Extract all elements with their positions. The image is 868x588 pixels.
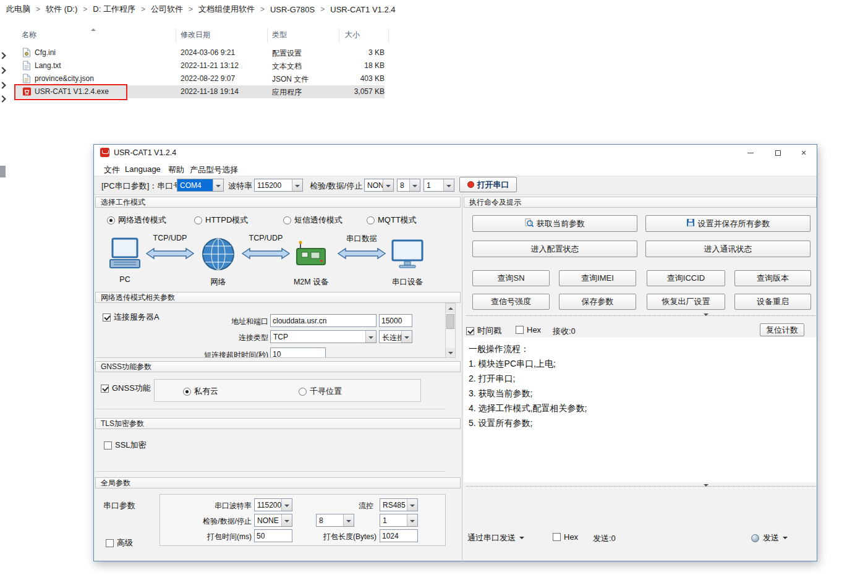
column-header-type[interactable]: 类型	[272, 30, 287, 40]
global-stopbits-select[interactable]: 1	[380, 514, 418, 527]
parity-value: NONE	[365, 179, 383, 191]
button-label: 设备重启	[757, 296, 789, 307]
breadcrumb-item[interactable]: USR-CAT1 V1.2.4	[330, 5, 395, 14]
button-label: 查信号强度	[491, 296, 531, 307]
chevron-down-icon[interactable]	[292, 179, 302, 191]
advanced-checkbox[interactable]: 高级	[106, 537, 133, 548]
column-header-date[interactable]: 修改日期	[181, 30, 210, 40]
chevron-down-icon[interactable]	[343, 514, 354, 526]
breadcrumb-item[interactable]: 软件 (D:)	[46, 4, 77, 15]
com-port-select[interactable]: COM4	[177, 179, 224, 192]
breadcrumb-item[interactable]: 文档组使用软件	[198, 4, 255, 15]
mode-radio-sms[interactable]: 短信透传模式	[283, 215, 343, 226]
global-parity-select[interactable]: NONE	[254, 514, 292, 527]
conn-type-select[interactable]: TCP	[270, 330, 377, 343]
chevron-down-icon[interactable]	[401, 331, 412, 343]
scroll-up-icon[interactable]	[446, 304, 455, 313]
address-input[interactable]	[270, 314, 377, 327]
global-baud-select[interactable]: 115200	[254, 498, 292, 511]
column-divider[interactable]	[388, 28, 389, 42]
mode-radio-net-passthrough[interactable]: 网络透传模式	[107, 215, 166, 226]
column-divider[interactable]	[339, 28, 339, 42]
conn-mode-select[interactable]: 长连接	[379, 330, 412, 343]
breadcrumb-item[interactable]: USR-G780S	[270, 5, 315, 14]
chevron-down-icon[interactable]	[281, 499, 292, 511]
chevron-down-icon[interactable]	[383, 179, 393, 191]
chevron-down-icon[interactable]	[407, 514, 417, 526]
menu-language[interactable]: Language	[122, 163, 163, 175]
chevron-right-icon: >	[320, 5, 325, 14]
save-all-params-button[interactable]: 设置并保存所有参数	[645, 215, 811, 232]
column-divider[interactable]	[267, 28, 268, 42]
button-label: 设置并保存所有参数	[698, 218, 770, 229]
chevron-down-icon[interactable]	[281, 514, 292, 526]
breadcrumb-item[interactable]: 此电脑	[6, 4, 30, 15]
recv-hex-checkbox[interactable]: Hex	[516, 325, 541, 334]
enter-comm-button[interactable]: 进入通讯状态	[645, 241, 811, 257]
databits-select[interactable]: 8	[397, 179, 420, 192]
enter-config-button[interactable]: 进入配置状态	[472, 241, 637, 257]
file-row[interactable]: Cfg.ini 2024-03-06 9:21 配置设置 3 KB	[15, 46, 385, 59]
send-mode-dropdown[interactable]: 通过串口发送	[467, 532, 524, 543]
gnss-qianxun-radio[interactable]: 千寻位置	[299, 386, 342, 397]
mode-radio-httpd[interactable]: HTTPD模式	[194, 215, 248, 226]
net-params-scrollbar[interactable]	[445, 303, 456, 358]
query-iccid-button[interactable]: 查询ICCID	[647, 270, 725, 286]
query-sn-button[interactable]: 查询SN	[472, 270, 550, 286]
open-serial-button[interactable]: 打开串口	[459, 177, 517, 192]
get-params-button[interactable]: 获取当前参数	[472, 215, 637, 232]
pack-time-input[interactable]	[254, 529, 292, 542]
double-arrow-icon	[242, 247, 290, 262]
chevron-down-icon[interactable]	[213, 179, 223, 191]
port-input[interactable]	[379, 314, 412, 327]
server-a-checkbox[interactable]: 连接服务器A	[103, 312, 160, 323]
log-splitter[interactable]	[466, 313, 815, 318]
pack-length-input[interactable]	[380, 529, 418, 542]
menu-file[interactable]: 文件	[101, 163, 122, 177]
send-hex-checkbox[interactable]: Hex	[553, 532, 578, 542]
checkbox-icon	[106, 539, 114, 547]
scrollbar-thumb[interactable]	[446, 314, 454, 329]
mode-radio-mqtt[interactable]: MQTT模式	[367, 215, 417, 226]
scroll-down-icon[interactable]	[446, 348, 455, 357]
button-label: 进入通讯状态	[704, 244, 752, 255]
query-version-button[interactable]: 查询版本	[734, 270, 811, 286]
menu-help[interactable]: 帮助	[166, 163, 187, 177]
column-header-size[interactable]: 大小	[345, 30, 360, 40]
save-params-button[interactable]: 保存参数	[559, 294, 636, 310]
column-header-name[interactable]: 名称	[22, 30, 36, 40]
chevron-down-icon[interactable]	[407, 499, 417, 511]
minimize-button[interactable]	[737, 145, 764, 161]
breadcrumb-item[interactable]: 公司软件	[151, 4, 183, 15]
maximize-button[interactable]	[764, 145, 791, 161]
gnss-enable-checkbox[interactable]: GNSS功能	[101, 383, 151, 394]
send-splitter[interactable]	[466, 484, 815, 489]
timestamp-checkbox[interactable]: 时间戳	[466, 325, 501, 336]
column-divider[interactable]	[176, 28, 176, 42]
log-output[interactable]: 一般操作流程： 1. 模块连PC串口,上电; 2. 打开串口; 3. 获取当前参…	[464, 338, 817, 482]
reset-counter-button[interactable]: 复位计数	[760, 323, 804, 336]
chevron-down-icon[interactable]	[443, 179, 454, 191]
baud-select[interactable]: 115200	[254, 179, 303, 192]
gnss-private-cloud-radio[interactable]: 私有云	[183, 386, 218, 397]
stopbits-select[interactable]: 1	[423, 179, 454, 192]
device-reboot-button[interactable]: 设备重启	[734, 294, 811, 310]
factory-reset-button[interactable]: 恢复出厂设置	[647, 294, 725, 310]
timeout-input[interactable]	[270, 347, 326, 358]
close-button[interactable]: ×	[790, 145, 817, 161]
parity-select[interactable]: NONE	[364, 179, 394, 192]
flow-control-select[interactable]: RS485	[380, 498, 418, 511]
query-imei-button[interactable]: 查询IMEI	[559, 270, 636, 286]
query-signal-button[interactable]: 查信号强度	[472, 294, 550, 310]
chevron-down-icon[interactable]	[365, 331, 376, 343]
ssl-checkbox[interactable]: SSL加密	[104, 440, 147, 451]
send-button[interactable]: 发送	[751, 532, 788, 543]
open-serial-label: 打开串口	[477, 179, 509, 190]
breadcrumb-item[interactable]: D: 工作程序	[93, 4, 135, 15]
chevron-down-icon[interactable]	[409, 179, 420, 191]
global-databits-select[interactable]: 8	[316, 514, 354, 527]
file-row[interactable]: province&city.json 2022-08-22 9:07 JSON …	[15, 72, 385, 85]
title-bar[interactable]: USR-CAT1 V1.2.4 ×	[94, 145, 817, 161]
menu-product-select[interactable]: 产品型号选择	[187, 163, 240, 177]
file-row[interactable]: Lang.txt 2022-11-21 13:12 文本文档 18 KB	[15, 59, 385, 72]
